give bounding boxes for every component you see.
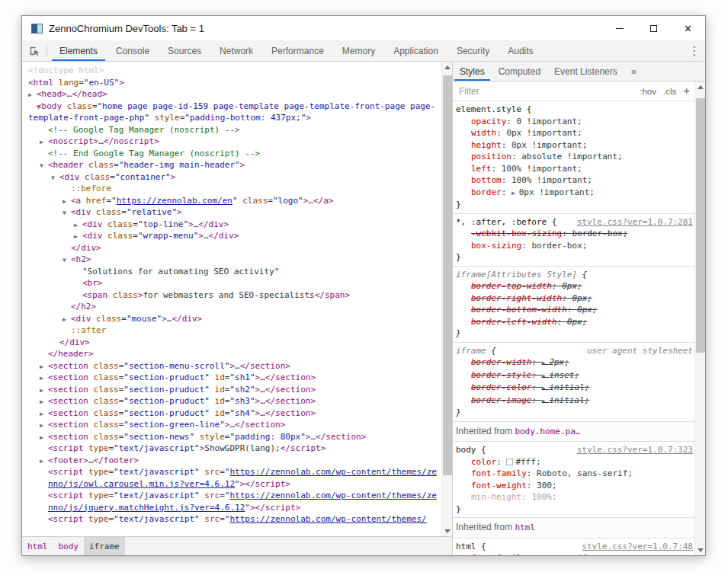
dom-tree-line[interactable]: ▶<section class="section-green-line">…</… xyxy=(22,419,440,431)
dom-tree-line[interactable]: ▶<section class="section-news" style="pa… xyxy=(22,431,440,443)
dom-tree-line[interactable]: ::before xyxy=(22,183,440,195)
elements-scrollbar[interactable] xyxy=(441,62,452,536)
dom-tree-line[interactable]: ▶<section class="section-menu-scroll">…<… xyxy=(22,360,440,372)
resource-link[interactable]: https://zennolab.com/wp-content/themes/ xyxy=(229,514,426,524)
expand-arrow-icon[interactable]: ▶ xyxy=(40,396,43,408)
expand-arrow-icon[interactable]: ▶ xyxy=(40,372,43,385)
expand-arrow-icon[interactable]: ▶ xyxy=(28,89,32,101)
dom-tree-line[interactable]: <br> xyxy=(22,277,440,289)
expand-arrow-icon[interactable]: ▶ xyxy=(40,408,43,420)
close-button[interactable]: ✕ xyxy=(671,16,705,40)
tab-network[interactable]: Network xyxy=(212,40,261,61)
expand-arrow-icon[interactable]: ▶ xyxy=(63,314,66,326)
expand-arrow-icon[interactable]: ▶ xyxy=(40,455,43,468)
tab-elements[interactable]: Elements xyxy=(52,40,105,61)
expand-arrow-icon[interactable]: ▼ xyxy=(63,254,66,267)
tab-application[interactable]: Application xyxy=(386,40,446,61)
expand-arrow-icon[interactable]: ▶ xyxy=(40,432,43,444)
dom-tree-line[interactable]: ▶<section class="section-pruduct" id="sh… xyxy=(22,384,440,396)
css-property[interactable]: border-width: ▶ 2px; xyxy=(456,356,693,369)
tab-audits[interactable]: Audits xyxy=(500,40,540,61)
css-property[interactable]: bottom: 100% !important; xyxy=(456,174,693,187)
css-property[interactable]: font-family: Roboto, sans-serif; xyxy=(456,468,693,480)
dom-tree-line[interactable]: <span class>for webmasters and SEO-speci… xyxy=(22,289,440,302)
css-selector-line[interactable]: element.style { xyxy=(456,104,693,116)
element-classes-button[interactable]: .cls xyxy=(663,87,676,96)
css-property[interactable]: border: ▶ 0px !important; xyxy=(456,187,693,200)
css-selector-line[interactable]: style.css?ver=1.0.7:281*, :after, :befor… xyxy=(456,216,693,228)
css-property[interactable]: left: 100% !important; xyxy=(456,163,693,175)
inherited-node-link[interactable]: html xyxy=(515,522,535,532)
stylesheet-link[interactable]: style.css?ver=1.0.7:323 xyxy=(577,444,693,456)
css-property[interactable]: width: 0px !important; xyxy=(456,127,693,139)
css-selector[interactable]: body xyxy=(456,445,476,455)
expand-arrow-icon[interactable]: ▼ xyxy=(28,101,40,113)
css-property[interactable]: border-style: ▶ inset; xyxy=(456,369,693,382)
dom-tree-line[interactable]: "Solutions for automating SEO activity" xyxy=(22,266,440,278)
expand-arrow-icon[interactable]: ▶ xyxy=(63,196,66,208)
inspect-element-button[interactable] xyxy=(22,40,47,61)
dom-tree-line[interactable]: </div> xyxy=(22,242,440,254)
dom-tree-line[interactable]: ▶<section class="section-pruduct" id="sh… xyxy=(22,395,440,407)
dom-tree-line[interactable]: ▼<div class="relative"> xyxy=(22,206,440,219)
css-selector-line[interactable]: iframe[Attributes Style] { xyxy=(456,269,693,281)
tab-event-listeners[interactable]: Event Listeners xyxy=(547,62,624,81)
css-property[interactable]: border-top-width: 0px; xyxy=(456,280,693,292)
css-selector[interactable]: element.style xyxy=(456,104,521,114)
dom-tree-line[interactable]: ▶<section class="section-pruduct" id="sh… xyxy=(22,372,440,384)
tab-security[interactable]: Security xyxy=(449,40,497,61)
expand-arrow-icon[interactable]: ▶ xyxy=(40,385,43,397)
breadcrumb-item-iframe[interactable]: iframe xyxy=(84,537,125,555)
css-property[interactable]: border-left-width: 0px; xyxy=(456,316,693,328)
dom-tree-line[interactable]: ▶<div class="wrapp-menu">…</div> xyxy=(22,230,440,242)
expand-arrow-icon[interactable]: ▶ xyxy=(40,136,43,149)
dom-tree-line[interactable]: ▶<head>…</head> xyxy=(22,88,440,101)
expand-arrow-icon[interactable]: ▼ xyxy=(51,172,55,184)
filter-input[interactable] xyxy=(459,86,633,97)
dom-tree-line[interactable]: </h2> xyxy=(22,301,440,313)
expand-arrow-icon[interactable]: ▶ xyxy=(40,420,43,432)
scroll-up-icon[interactable] xyxy=(442,62,453,72)
dom-tree-line[interactable]: </div> xyxy=(22,337,440,349)
toggle-element-state-button[interactable]: :hov xyxy=(640,87,656,96)
dom-tree-line[interactable]: ▶<noscript>…</noscript> xyxy=(22,136,440,148)
scrollbar-thumb[interactable] xyxy=(443,75,452,475)
dom-tree-line[interactable]: ▶<div class="top-line">…</div> xyxy=(22,219,440,231)
css-property[interactable]: font-family: sans-serif; xyxy=(456,552,693,555)
dom-tree-line[interactable]: <!-- Google Tag Manager (noscript) --> xyxy=(22,124,440,136)
tab-computed[interactable]: Computed xyxy=(492,62,547,81)
more-options-icon[interactable]: ⋮ xyxy=(684,44,705,58)
css-selector-line[interactable]: style.css?ver=1.0.7:48html { xyxy=(456,541,693,553)
expand-shorthand-icon[interactable]: ▶ xyxy=(542,398,550,404)
dom-tree-line[interactable]: <script type="text/javascript" src="http… xyxy=(22,466,440,490)
dom-tree-line[interactable]: ▼<div class="container"> xyxy=(22,171,440,184)
expand-arrow-icon[interactable]: ▶ xyxy=(74,219,78,232)
expand-shorthand-icon[interactable]: ▶ xyxy=(542,385,550,391)
minimize-button[interactable] xyxy=(602,16,637,40)
expand-arrow-icon[interactable]: ▶ xyxy=(74,231,78,243)
dom-tree-line[interactable]: <html lang="en-US"> xyxy=(22,77,440,89)
expand-arrow-icon[interactable]: ▶ xyxy=(40,361,43,373)
dom-tree-line[interactable]: ▼<h2> xyxy=(22,254,440,266)
dom-tree-line[interactable]: <!-- End Google Tag Manager (noscript) -… xyxy=(22,148,440,160)
scroll-down-icon[interactable] xyxy=(695,545,706,555)
breadcrumb-item-html[interactable]: html xyxy=(22,537,53,555)
css-property[interactable]: border-right-width: 0px; xyxy=(456,292,693,305)
tab-performance[interactable]: Performance xyxy=(264,40,332,61)
expand-arrow-icon[interactable]: ▼ xyxy=(40,160,43,172)
tab-console[interactable]: Console xyxy=(108,40,157,61)
css-selector[interactable]: iframe xyxy=(456,346,486,356)
css-property[interactable]: position: absolute !important; xyxy=(456,151,693,163)
expand-shorthand-icon[interactable]: ▶ xyxy=(542,359,550,366)
inherited-node-link[interactable]: body.home.pa… xyxy=(515,427,580,436)
css-property[interactable]: font-weight: 300; xyxy=(456,480,693,492)
dom-tree-line[interactable]: ▶<footer>…</footer> xyxy=(22,455,440,467)
tab-styles[interactable]: Styles xyxy=(453,62,492,81)
css-property[interactable]: border-bottom-width: 0px; xyxy=(456,304,693,316)
resource-link[interactable]: https://zennolab.com/en xyxy=(117,196,233,206)
stylesheet-link[interactable]: style.css?ver=1.0.7:281 xyxy=(577,216,693,228)
css-selector-line[interactable]: style.css?ver=1.0.7:323body { xyxy=(456,444,693,456)
dom-tree-line[interactable]: ▼<body class="home page page-id-159 page… xyxy=(22,101,440,124)
dom-tree-line[interactable]: ▶<a href="https://zennolab.com/en" class… xyxy=(22,195,440,207)
css-property[interactable]: -webkit-box-sizing: border-box; xyxy=(456,228,693,240)
